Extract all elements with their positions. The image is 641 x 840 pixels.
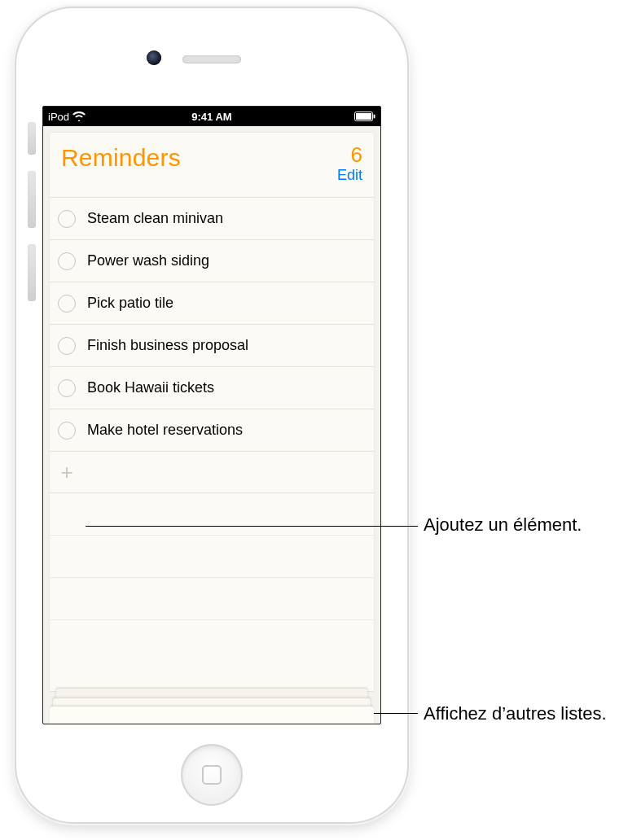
clock: 9:41 AM	[43, 111, 380, 123]
volume-up-button	[28, 171, 36, 228]
speaker-grille	[182, 55, 241, 63]
callout-leader-line	[86, 526, 418, 527]
ruled-line	[50, 536, 374, 578]
plus-icon: +	[58, 462, 76, 483]
list-title: Reminders	[61, 144, 181, 172]
ruled-line	[50, 493, 374, 536]
screen: iPod 9:41 AM Reminders 6 Edit	[42, 106, 381, 724]
reminder-text[interactable]: Power wash siding	[87, 252, 209, 269]
reminders-sheet: Reminders 6 Edit Steam clean minivan Pow…	[50, 133, 374, 691]
volume-down-button	[28, 244, 36, 301]
reminder-row[interactable]: Finish business proposal	[50, 324, 374, 366]
list-header: Reminders 6 Edit	[50, 133, 374, 184]
reminder-row[interactable]: Pick patio tile	[50, 282, 374, 324]
edit-button[interactable]: Edit	[337, 167, 362, 184]
reminder-text[interactable]: Finish business proposal	[87, 337, 248, 354]
reminder-text[interactable]: Book Hawaii tickets	[87, 379, 214, 396]
complete-toggle[interactable]	[58, 379, 76, 397]
complete-toggle[interactable]	[58, 252, 76, 270]
front-camera	[147, 50, 161, 65]
reminder-row[interactable]: Make hotel reservations	[50, 409, 374, 451]
mute-switch	[28, 122, 36, 155]
reminder-row[interactable]: Power wash siding	[50, 239, 374, 282]
add-reminder-button[interactable]: +	[50, 451, 374, 493]
app-content: Reminders 6 Edit Steam clean minivan Pow…	[43, 126, 380, 724]
device-frame: iPod 9:41 AM Reminders 6 Edit	[16, 8, 407, 822]
callout-add-item: Ajoutez un élément.	[424, 514, 582, 536]
callout-other-lists: Affichez d’autres listes.	[424, 702, 619, 726]
reminder-text[interactable]: Pick patio tile	[87, 295, 173, 312]
ruled-line	[50, 578, 374, 620]
reminder-row[interactable]: Book Hawaii tickets	[50, 366, 374, 409]
reminder-list: Steam clean minivan Power wash siding Pi…	[50, 197, 374, 620]
complete-toggle[interactable]	[58, 210, 76, 228]
status-bar: iPod 9:41 AM	[43, 107, 380, 126]
complete-toggle[interactable]	[58, 422, 76, 440]
item-count: 6	[337, 144, 362, 165]
reminder-row[interactable]: Steam clean minivan	[50, 197, 374, 239]
reminder-text[interactable]: Steam clean minivan	[87, 210, 223, 227]
home-button[interactable]	[181, 744, 243, 806]
other-lists-stack[interactable]	[43, 688, 380, 724]
complete-toggle[interactable]	[58, 295, 76, 313]
stacked-sheet	[50, 706, 374, 724]
reminder-text[interactable]: Make hotel reservations	[87, 422, 243, 439]
home-icon	[202, 765, 222, 785]
complete-toggle[interactable]	[58, 337, 76, 355]
